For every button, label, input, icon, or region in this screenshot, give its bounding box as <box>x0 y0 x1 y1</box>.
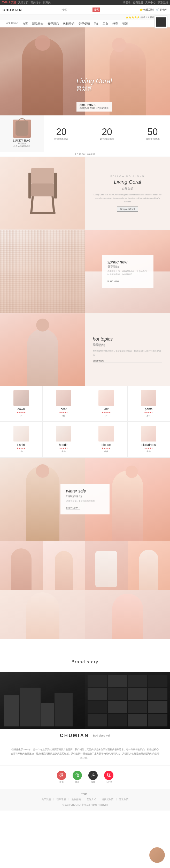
brand-story-section: Brand story CHUMIAN <box>0 652 170 765</box>
hot-shop-btn[interactable]: SHOP NOW → <box>93 360 162 363</box>
yang-block-a: A <box>43 540 85 590</box>
spring-subtitle: 春季新品 <box>107 265 148 268</box>
cat-pants[interactable]: pants ★★★★☆ 多件 <box>128 386 170 422</box>
cat-knit[interactable]: knit ★★★★★ 1件 <box>85 386 128 422</box>
yang-model-wide <box>26 592 60 639</box>
cart-link[interactable]: 🛒 购物车 <box>156 8 167 12</box>
lucky-stat-3-number: 50 <box>146 127 160 137</box>
living-coral-image <box>0 157 85 229</box>
winter-desc: 冬季大促销，多款精选单品折扣 <box>66 500 104 503</box>
nav-pants[interactable]: 裤装 <box>120 20 130 27</box>
topbar-login[interactable]: 请登录 <box>123 1 131 4</box>
footer-service[interactable]: 联系客服 <box>57 798 66 801</box>
nav-back-home[interactable]: Back Home <box>3 20 20 27</box>
collect-store-link[interactable]: ⭐ 收藏店铺 <box>139 8 154 12</box>
nav-tshirt[interactable]: T恤 <box>92 20 101 27</box>
hot-left-image <box>0 313 85 386</box>
footer-about[interactable]: 关于我们 <box>42 798 51 801</box>
brand-logo: CHUMIAN <box>3 8 22 12</box>
xiaohongshu-icon[interactable]: 红 <box>104 771 113 780</box>
hero-title: Living Coral <box>76 77 112 85</box>
cat-blouse-stars: ★★★★★ <box>102 447 110 450</box>
cat-coat-count: 1件 <box>62 414 65 417</box>
yang-model-1 <box>11 548 32 590</box>
footer-top-link[interactable]: TOP ↑ <box>4 793 166 796</box>
cat-down-name: down <box>17 407 25 411</box>
topbar-seller[interactable]: 卖家中心 <box>145 1 156 4</box>
search-button[interactable]: 搜索 <box>93 7 100 12</box>
cat-blouse[interactable]: blouse ★★★★★ 多件 <box>85 422 128 457</box>
spring-title: spring new <box>107 260 148 265</box>
footer-copyright: © 2019 CHUMIAN 初棉 All Rights Reserved <box>4 803 166 807</box>
nav-hot[interactable]: 热销热销 <box>61 20 76 27</box>
topbar-orders[interactable]: 我的订单 <box>31 1 41 4</box>
brand-tagline: 触棉 sleep well <box>93 734 110 738</box>
footer-return[interactable]: 退换货政策 <box>102 798 113 801</box>
nav-home[interactable]: 首页 <box>20 20 30 27</box>
spring-desc: 春季新款上市，多款精选单品，让您的春日时光更加美好，快来选购吧 <box>107 270 148 276</box>
topbar-service[interactable]: 联系客服 <box>158 1 168 4</box>
cat-knit-image <box>98 390 114 406</box>
footer-shipping[interactable]: 配送方式 <box>87 798 96 801</box>
cat-hoodie[interactable]: hoodie ★★★★☆ 多件 <box>43 422 85 457</box>
cat-blouse-count: 多件 <box>104 450 108 453</box>
cat-coat[interactable]: coat ★★★★☆ 1件 <box>43 386 85 422</box>
footer: TOP ↑ 关于我们 | 联系客服 | 购物指南 | 配送方式 | 退换货政策 … <box>0 789 170 810</box>
winter-shop-btn[interactable]: SHOP NOW → <box>66 507 80 510</box>
nav-new[interactable]: 新品推介 <box>30 20 45 27</box>
nav-winter[interactable]: 冬季促销 <box>76 20 92 27</box>
hero-model-left <box>0 27 85 116</box>
douyin-icon[interactable]: 抖 <box>88 771 98 780</box>
nav-coat[interactable]: 外套 <box>110 20 120 27</box>
category-row-2: t-shirt ★★★★★ 1件 hoodie ★★★★☆ 多件 blouse … <box>0 422 170 457</box>
cat-down-image <box>13 390 29 406</box>
topbar-home[interactable]: 天猫首页 <box>18 1 28 4</box>
spacer-1 <box>0 639 170 652</box>
topbar-favorites[interactable]: 收藏夹 <box>43 1 50 4</box>
coral-shop-btn[interactable]: Shop all Coral <box>117 207 138 212</box>
lucky-stat-1-label: 活动优惠款式 <box>54 137 68 141</box>
hero-left-image <box>0 27 85 116</box>
winter-model-head <box>36 464 49 478</box>
nav-spring[interactable]: 春季新品 <box>45 20 61 27</box>
cat-tshirt-image <box>13 426 29 441</box>
weibo-icon[interactable]: 微 <box>57 771 66 780</box>
footer-privacy[interactable]: 隐私政策 <box>119 798 128 801</box>
hero-section: Living Coral 聚划算 COUPONS 春季热销 专享2月8折3件7折 <box>0 27 170 116</box>
cat-skirt[interactable]: skirt/dress ★★★★☆ 多件 <box>128 422 170 457</box>
cat-down-count: 1件 <box>20 414 23 417</box>
wechat-label: 微信 <box>75 781 79 784</box>
cat-knit-count: 1件 <box>105 414 108 417</box>
cat-skirt-name: skirt/dress <box>142 443 156 447</box>
brand-story-images: CHUMIAN <box>0 672 170 729</box>
brand-story-title: Brand story <box>72 660 98 664</box>
building-silhouette <box>0 672 85 729</box>
wechat-icon[interactable]: 信 <box>73 771 82 780</box>
cat-coat-name: coat <box>61 407 67 411</box>
cat-tshirt[interactable]: t-shirt ★★★★★ 1件 <box>0 422 43 457</box>
lucky-timer: 1.6 10:00-1.8 08:59 <box>0 152 170 157</box>
lucky-stat-1: 20 活动优惠款式 <box>54 127 68 141</box>
lucky-stat-2: 20 超元领劵优惠 <box>100 127 114 141</box>
topbar-register[interactable]: 免费注册 <box>133 1 143 4</box>
coupon-area: COUPONS 春季热销 专享2月8折3件7折 <box>76 102 112 112</box>
social-douyin-wrapper: 抖 抖音 <box>88 771 98 784</box>
brand-main-logo: CHUMIAN <box>60 733 89 738</box>
lucky-bag-left: LUCKY BAG 幸运盲盒 内含5+件精选单品 <box>0 116 44 152</box>
nav-hoodie[interactable]: 卫衣 <box>101 20 110 27</box>
spring-shop-btn[interactable]: SHOP NOW → <box>107 280 122 283</box>
lucky-subdesc: 内含5+件精选单品 <box>13 145 30 148</box>
yang-block-l: L <box>85 590 170 639</box>
winter-title: winter sale <box>66 489 104 494</box>
header: CHUMIAN 搜索 ⭐ 收藏店铺 🛒 购物车 <box>0 5 170 15</box>
weibo-label: 微博 <box>60 781 64 784</box>
footer-guide[interactable]: 购物指南 <box>72 798 81 801</box>
hot-model-head <box>36 318 49 332</box>
spring-right-area: spring new 春季新品 春季新款上市，多款精选单品，让您的春日时光更加美… <box>85 230 170 313</box>
cat-knit-stars: ★★★★★ <box>102 411 110 414</box>
search-input[interactable] <box>62 8 93 11</box>
yang-block-n: N <box>85 540 128 590</box>
coral-subtitle: 自然生长 <box>122 187 133 190</box>
cat-down[interactable]: down ★★★★★ 1件 <box>0 386 43 422</box>
hot-title: hot topics <box>93 336 162 342</box>
